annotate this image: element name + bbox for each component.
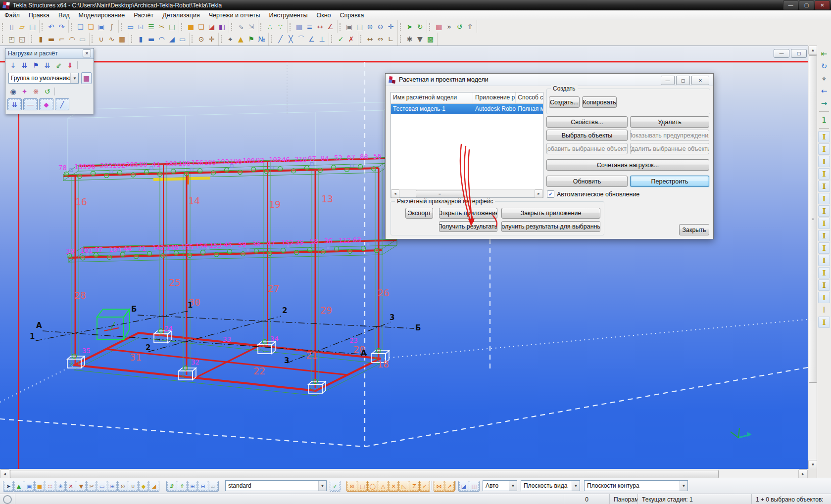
steel-column-icon[interactable]: ▮	[36, 34, 46, 44]
load-info-icon[interactable]: ◉	[7, 86, 19, 96]
load-group-select[interactable]: Группа по умолчанию ▼	[8, 73, 79, 84]
menu-расчёт[interactable]: Расчёт	[129, 10, 158, 20]
menu-инструменты[interactable]: Инструменты	[265, 10, 312, 20]
fly-icon[interactable]: ➤	[404, 22, 415, 32]
table-scroll-thumb[interactable]: ≡	[416, 190, 464, 197]
area-load-icon[interactable]: ⚑	[30, 60, 42, 70]
component-refresh-icon[interactable]: ↻	[818, 60, 830, 72]
connection-full-depth-icon[interactable]: I	[818, 156, 830, 167]
select-rebar-icon[interactable]: ∪	[128, 481, 139, 492]
copy-icon[interactable]: ❏	[75, 22, 86, 32]
snap-reference-icon[interactable]: ⊠	[346, 481, 357, 492]
snap-perpendicular-icon[interactable]: ◺	[398, 481, 409, 492]
toolbar-drag-handle[interactable]	[400, 23, 402, 31]
level-icon[interactable]: ∟	[386, 34, 396, 44]
steel-polybeam-icon[interactable]: ⌐	[56, 34, 67, 44]
snap-direction-icon[interactable]: ↗	[444, 481, 455, 492]
toolbar-drag-handle[interactable]	[31, 35, 34, 43]
fetch-point-icon[interactable]: ⇘	[236, 22, 246, 32]
menu-чертежи-и-отчеты[interactable]: Чертежи и отчеты	[204, 10, 265, 20]
connection-beam-splice-icon[interactable]: I	[818, 230, 830, 241]
view-list-icon[interactable]: ☰	[146, 22, 156, 32]
vertical-scroll-thumb[interactable]: ≡	[809, 55, 817, 383]
column-model-name[interactable]: Имя расчётной модели	[391, 92, 473, 103]
measure-icon[interactable]: ↔	[315, 22, 325, 32]
toolbar-drag-handle[interactable]	[2, 35, 4, 43]
phase-manager-icon[interactable]: ⚑	[246, 34, 256, 44]
zoom-out-icon[interactable]: ⊖	[375, 22, 386, 32]
toolbar-drag-handle[interactable]	[340, 23, 342, 31]
toolbar-drag-handle[interactable]	[221, 35, 223, 43]
update-button[interactable]: Обновить	[546, 176, 628, 187]
clash-check-icon[interactable]: ▲	[236, 34, 246, 44]
undo-icon[interactable]: ↶	[46, 22, 56, 32]
select-planes-icon[interactable]: ◢	[148, 481, 159, 492]
connection-stiffened-base-icon[interactable]: I	[818, 255, 830, 266]
get-results-button[interactable]: Получить результаты	[439, 221, 497, 232]
toolbar-drag-handle[interactable]	[271, 35, 273, 43]
dimension-icon[interactable]: ⇔	[375, 34, 386, 44]
dialog-minimize-button[interactable]: —	[661, 76, 675, 85]
toolbar-drag-handle[interactable]	[260, 23, 263, 31]
export-button[interactable]: Экспорт	[405, 208, 433, 219]
maximize-button[interactable]: ▢	[799, 0, 814, 10]
chevron-down-icon[interactable]: ▼	[680, 481, 687, 491]
connection-two-sided-icon[interactable]: I	[818, 168, 830, 180]
select-welds-icon[interactable]: ▼	[76, 481, 87, 492]
select-all-icon[interactable]: ➤	[3, 481, 14, 492]
chevron-down-icon[interactable]: ▼	[509, 481, 517, 491]
point-load-icon[interactable]: ↓	[7, 60, 19, 70]
analysis-models-dialog[interactable]: Расчетная и проектная модели — ▢ ✕ Имя р…	[385, 73, 714, 239]
new-model-icon[interactable]: ▯	[6, 22, 17, 32]
viewport-vertical-scrollbar[interactable]: ▲ ≡ ▼	[808, 46, 817, 469]
toolbar-drag-handle[interactable]	[360, 35, 363, 43]
create-points-icon[interactable]: ∴	[265, 22, 275, 32]
connection-partial-stiffener-icon[interactable]: I	[818, 143, 830, 155]
move-part-icon[interactable]: ◪	[206, 22, 217, 32]
load-combinations-button[interactable]: Сочетания нагрузок...	[546, 159, 709, 171]
toggle-supports-icon[interactable]: —	[23, 98, 38, 110]
connection-bent-plate-icon[interactable]: I	[818, 205, 830, 217]
connection-tube-gusset-icon[interactable]: I	[818, 317, 830, 328]
load-scale-icon[interactable]: ※	[30, 86, 42, 96]
toggle-members-icon[interactable]: ╱	[55, 98, 69, 110]
remove-selected-objects-button[interactable]: Удалить выбранные объекты	[630, 143, 709, 154]
concrete-beam-icon[interactable]: ▬	[146, 34, 156, 44]
load-export-icon[interactable]: ⇙	[53, 60, 64, 70]
create-grid-icon[interactable]: ▦	[294, 22, 304, 32]
area-select-icon[interactable]: ▢	[167, 22, 177, 32]
fetch-point-2-icon[interactable]: ⇲	[246, 22, 256, 32]
column-creation-method[interactable]: Способ с	[516, 92, 543, 103]
palette-close-icon[interactable]: ✕	[83, 49, 91, 57]
snap-intersection-icon[interactable]: △	[378, 481, 389, 492]
snap-nearest-icon[interactable]: ◯	[367, 481, 378, 492]
uniform-load-icon[interactable]: ⇊	[42, 60, 53, 70]
toolbar-drag-handle[interactable]	[192, 35, 194, 43]
more-tools-icon[interactable]: »	[444, 22, 454, 32]
rotate-view-icon[interactable]: ↻	[415, 22, 425, 32]
components-catalog-icon[interactable]: ▩	[425, 34, 436, 44]
select-assemblies-icon[interactable]: ▣	[24, 481, 35, 492]
menu-файл[interactable]: Файл	[0, 10, 24, 20]
stud-icon[interactable]: ✛	[206, 34, 217, 44]
toolbar-drag-handle[interactable]	[331, 35, 334, 43]
toolbar-drag-handle[interactable]	[231, 23, 234, 31]
select-grid-lines-icon[interactable]: ✕	[65, 481, 76, 492]
pan-end-icon[interactable]: ⇤	[818, 47, 830, 60]
menu-вид[interactable]: Вид	[54, 10, 74, 20]
create-points-2-icon[interactable]: ∵	[275, 22, 286, 32]
save-icon[interactable]: ▤	[27, 22, 38, 32]
pan-icon[interactable]: ✛	[386, 22, 396, 32]
channel-icon[interactable]: ∪	[96, 34, 106, 44]
load-edit-icon[interactable]: ✦	[19, 86, 30, 96]
create-part-icon[interactable]: ■	[186, 22, 196, 32]
table-horizontal-scrollbar[interactable]: ◄ ≡ ►	[391, 189, 543, 197]
checkbox-checked-icon[interactable]: ✓	[547, 190, 554, 198]
load-import-icon[interactable]: ⇓	[64, 60, 76, 70]
arc-icon[interactable]: ⌒	[296, 34, 306, 44]
horizontal-scroll-thumb[interactable]	[10, 470, 719, 478]
copy-part-icon[interactable]: ❏	[196, 22, 206, 32]
load-reset-icon[interactable]: ↺	[42, 86, 53, 96]
open-application-button[interactable]: Открыть приложение	[439, 208, 497, 219]
loads-palette-titlebar[interactable]: Нагрузки и расчёт ✕	[5, 48, 94, 59]
